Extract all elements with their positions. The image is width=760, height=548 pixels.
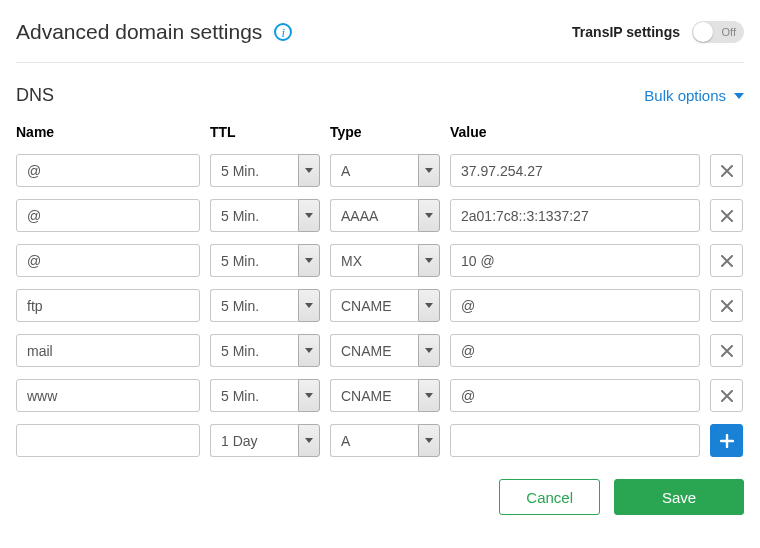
ttl-select-value: 5 Min. xyxy=(210,379,298,412)
ttl-select[interactable]: 5 Min. xyxy=(210,244,320,277)
type-select-value: A xyxy=(330,154,418,187)
close-icon xyxy=(721,255,733,267)
footer: Cancel Save xyxy=(16,479,744,515)
chevron-down-icon xyxy=(418,379,440,412)
bulk-options-label: Bulk options xyxy=(644,87,726,104)
header-left: Advanced domain settings xyxy=(16,20,292,44)
close-icon xyxy=(721,300,733,312)
chevron-down-icon xyxy=(298,199,320,232)
close-icon xyxy=(721,345,733,357)
header-right: TransIP settings Off xyxy=(572,21,744,43)
chevron-down-icon xyxy=(298,379,320,412)
cancel-button-label: Cancel xyxy=(526,489,573,506)
ttl-select[interactable]: 5 Min. xyxy=(210,379,320,412)
delete-row-button[interactable] xyxy=(710,289,743,322)
delete-row-button[interactable] xyxy=(710,154,743,187)
type-select-value: A xyxy=(330,424,418,457)
close-icon xyxy=(721,390,733,402)
type-select[interactable]: MX xyxy=(330,244,440,277)
ttl-select-value: 1 Day xyxy=(210,424,298,457)
name-input[interactable] xyxy=(16,334,200,367)
value-input[interactable] xyxy=(450,244,700,277)
dns-section-header: DNS Bulk options xyxy=(16,85,744,106)
toggle-knob-icon xyxy=(693,22,713,42)
chevron-down-icon xyxy=(418,154,440,187)
chevron-down-icon xyxy=(418,289,440,322)
section-title: DNS xyxy=(16,85,54,106)
ttl-select-value: 5 Min. xyxy=(210,199,298,232)
save-button[interactable]: Save xyxy=(614,479,744,515)
ttl-select-value: 5 Min. xyxy=(210,334,298,367)
type-select[interactable]: CNAME xyxy=(330,334,440,367)
chevron-down-icon xyxy=(298,154,320,187)
value-input[interactable] xyxy=(450,199,700,232)
add-row-button[interactable] xyxy=(710,424,743,457)
page-title: Advanced domain settings xyxy=(16,20,262,44)
col-head-ttl: TTL xyxy=(210,124,320,142)
chevron-down-icon xyxy=(298,289,320,322)
name-input[interactable] xyxy=(16,199,200,232)
type-select-value: CNAME xyxy=(330,334,418,367)
chevron-down-icon xyxy=(298,424,320,457)
toggle-state-text: Off xyxy=(722,26,736,38)
name-input[interactable] xyxy=(16,379,200,412)
col-head-type: Type xyxy=(330,124,440,142)
ttl-select-value: 5 Min. xyxy=(210,289,298,322)
name-input[interactable] xyxy=(16,154,200,187)
name-input[interactable] xyxy=(16,424,200,457)
info-icon[interactable] xyxy=(274,23,292,41)
type-select-value: CNAME xyxy=(330,379,418,412)
ttl-select-value: 5 Min. xyxy=(210,244,298,277)
chevron-down-icon xyxy=(298,334,320,367)
value-input[interactable] xyxy=(450,154,700,187)
ttl-select[interactable]: 1 Day xyxy=(210,424,320,457)
chevron-down-icon xyxy=(298,244,320,277)
type-select-value: MX xyxy=(330,244,418,277)
name-input[interactable] xyxy=(16,244,200,277)
delete-row-button[interactable] xyxy=(710,334,743,367)
bulk-options-link[interactable]: Bulk options xyxy=(644,87,744,104)
chevron-down-icon xyxy=(418,334,440,367)
cancel-button[interactable]: Cancel xyxy=(499,479,600,515)
caret-down-icon xyxy=(734,93,744,99)
chevron-down-icon xyxy=(418,199,440,232)
ttl-select[interactable]: 5 Min. xyxy=(210,154,320,187)
delete-row-button[interactable] xyxy=(710,379,743,412)
plus-icon xyxy=(720,434,734,448)
header: Advanced domain settings TransIP setting… xyxy=(16,20,744,63)
type-select[interactable]: A xyxy=(330,424,440,457)
chevron-down-icon xyxy=(418,244,440,277)
ttl-select-value: 5 Min. xyxy=(210,154,298,187)
type-select-value: AAAA xyxy=(330,199,418,232)
delete-row-button[interactable] xyxy=(710,199,743,232)
value-input[interactable] xyxy=(450,424,700,457)
close-icon xyxy=(721,210,733,222)
col-head-name: Name xyxy=(16,124,200,142)
chevron-down-icon xyxy=(418,424,440,457)
type-select[interactable]: A xyxy=(330,154,440,187)
value-input[interactable] xyxy=(450,334,700,367)
transip-toggle-label: TransIP settings xyxy=(572,24,680,40)
ttl-select[interactable]: 5 Min. xyxy=(210,199,320,232)
value-input[interactable] xyxy=(450,289,700,322)
type-select[interactable]: AAAA xyxy=(330,199,440,232)
col-head-value: Value xyxy=(450,124,700,142)
close-icon xyxy=(721,165,733,177)
ttl-select[interactable]: 5 Min. xyxy=(210,334,320,367)
type-select[interactable]: CNAME xyxy=(330,289,440,322)
ttl-select[interactable]: 5 Min. xyxy=(210,289,320,322)
save-button-label: Save xyxy=(662,489,696,506)
name-input[interactable] xyxy=(16,289,200,322)
delete-row-button[interactable] xyxy=(710,244,743,277)
transip-toggle[interactable]: Off xyxy=(692,21,744,43)
dns-table: Name TTL Type Value 5 Min.A5 Min.AAAA5 M… xyxy=(16,124,744,457)
value-input[interactable] xyxy=(450,379,700,412)
type-select[interactable]: CNAME xyxy=(330,379,440,412)
type-select-value: CNAME xyxy=(330,289,418,322)
